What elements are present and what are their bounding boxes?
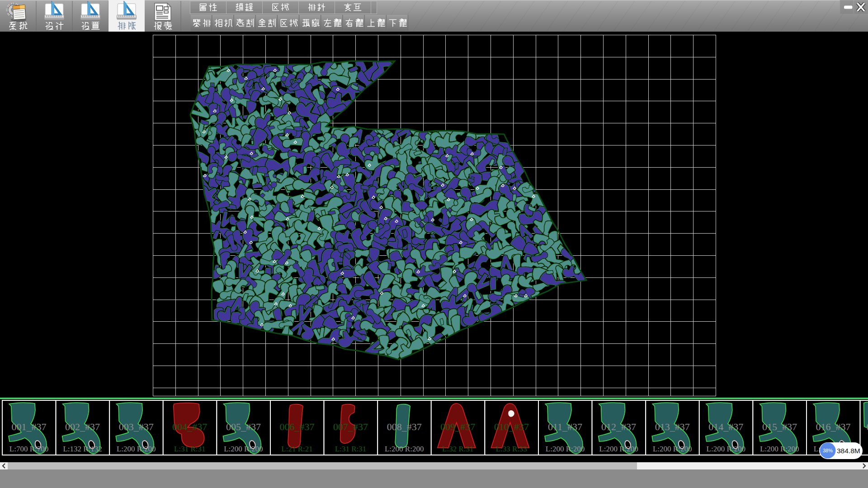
svg-text:L:32 R:31: L:32 R:31 bbox=[442, 445, 473, 453]
svg-text:L:200 R:200: L:200 R:200 bbox=[707, 445, 745, 453]
svg-text:008_#37: 008_#37 bbox=[387, 421, 422, 432]
svg-text:38%: 38% bbox=[823, 448, 833, 453]
svg-text:L:31 R:31: L:31 R:31 bbox=[174, 445, 205, 453]
svg-text:L:200 R:200: L:200 R:200 bbox=[653, 445, 692, 453]
svg-text:012_#37: 012_#37 bbox=[601, 421, 636, 432]
svg-text:013_#37: 013_#37 bbox=[655, 421, 690, 432]
svg-text:L:21 R:21: L:21 R:21 bbox=[281, 445, 312, 453]
svg-text:015_#37: 015_#37 bbox=[762, 421, 797, 432]
svg-text:011_#37: 011_#37 bbox=[548, 421, 582, 432]
svg-text:005_#37: 005_#37 bbox=[226, 421, 261, 432]
svg-text:L:700 R:700: L:700 R:700 bbox=[9, 445, 48, 453]
svg-text:010_#37: 010_#37 bbox=[494, 421, 529, 432]
svg-text:009_#37: 009_#37 bbox=[440, 421, 475, 432]
svg-text:002_#37: 002_#37 bbox=[65, 421, 100, 432]
svg-text:014_#37: 014_#37 bbox=[708, 421, 743, 432]
svg-text:L:200 R:200: L:200 R:200 bbox=[385, 445, 424, 453]
svg-text:001_#37: 001_#37 bbox=[12, 421, 47, 432]
svg-text:L:200 R:200: L:200 R:200 bbox=[599, 445, 638, 453]
svg-text:004_#37: 004_#37 bbox=[172, 421, 207, 432]
svg-text:L:33 R:33: L:33 R:33 bbox=[496, 445, 527, 453]
svg-text:L:132 R:132: L:132 R:132 bbox=[63, 445, 102, 453]
svg-text:L:200 R:200: L:200 R:200 bbox=[546, 445, 585, 453]
svg-text:L:200 R:200: L:200 R:200 bbox=[760, 445, 799, 453]
svg-text:003_#37: 003_#37 bbox=[119, 421, 154, 432]
svg-text:016_#37: 016_#37 bbox=[816, 421, 851, 432]
svg-text:0: 0 bbox=[867, 421, 868, 432]
svg-text:L:200 R:200: L:200 R:200 bbox=[117, 445, 156, 453]
svg-text:L:200 R:200: L:200 R:200 bbox=[224, 445, 263, 453]
svg-text:006_#37: 006_#37 bbox=[280, 421, 315, 432]
svg-text:L:31 R:31: L:31 R:31 bbox=[335, 445, 366, 453]
svg-text:384.8M: 384.8M bbox=[837, 447, 860, 455]
svg-text:007_#37: 007_#37 bbox=[333, 421, 368, 432]
